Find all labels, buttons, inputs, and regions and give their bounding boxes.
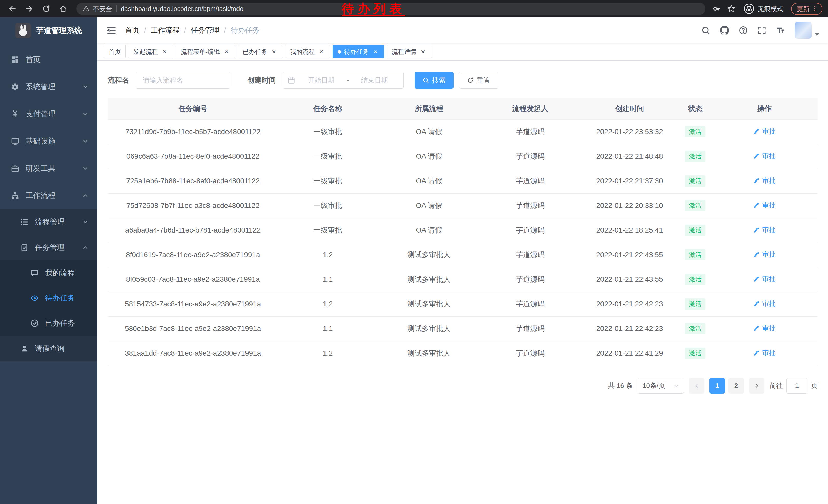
menu-kebab-icon[interactable]	[812, 5, 818, 12]
breadcrumb-item[interactable]: 工作流程	[151, 26, 179, 35]
approve-label: 审批	[762, 299, 776, 308]
approve-button[interactable]: 审批	[753, 324, 776, 333]
approve-label: 审批	[762, 349, 776, 357]
forward-button[interactable]	[23, 2, 36, 15]
close-icon[interactable]: ×	[419, 48, 426, 55]
close-icon[interactable]: ×	[223, 48, 230, 55]
sidebar-item[interactable]: 支付管理	[0, 100, 97, 128]
password-key-icon[interactable]	[712, 4, 721, 13]
chevron-up-arrow-icon	[82, 192, 89, 199]
sidebar-item[interactable]: 已办任务	[0, 311, 97, 336]
sidebar-item[interactable]: 首页	[0, 46, 97, 73]
approve-button[interactable]: 审批	[753, 225, 776, 234]
search-button-label: 搜索	[432, 76, 446, 85]
tab-流程详情[interactable]: 流程详情×	[387, 45, 431, 58]
approve-button[interactable]: 审批	[753, 151, 776, 161]
incognito-badge: 无痕模式	[743, 3, 783, 14]
incognito-icon	[743, 3, 755, 14]
breadcrumb-separator: /	[224, 26, 226, 34]
sidebar-item[interactable]: 工作流程	[0, 182, 97, 209]
approve-button[interactable]: 审批	[753, 349, 776, 357]
tab-已办任务[interactable]: 已办任务×	[238, 45, 282, 58]
page-size-select[interactable]: 10条/页	[638, 378, 684, 394]
date-range-picker[interactable]: -	[283, 72, 404, 89]
cell-action: 审批	[711, 169, 818, 193]
cell-task-id: 8f059c03-7ac8-11ec-a9e2-a2380e71991a	[108, 267, 278, 292]
dashboard-icon	[11, 55, 19, 64]
close-icon[interactable]: ×	[271, 48, 278, 55]
sidebar-item[interactable]: 系统管理	[0, 73, 97, 100]
close-icon[interactable]: ×	[372, 48, 379, 55]
tab-待办任务[interactable]: 待办任务×	[333, 45, 384, 58]
approve-button[interactable]: 审批	[753, 275, 776, 283]
total-count: 共 16 条	[608, 381, 632, 390]
yen-icon	[11, 110, 19, 119]
github-icon[interactable]	[720, 26, 729, 35]
cell-created: 2022-01-21 22:43:55	[580, 242, 679, 267]
page-unit-label: 页	[811, 381, 818, 390]
process-name-input[interactable]	[136, 72, 230, 89]
start-date-input[interactable]	[297, 77, 346, 84]
help-icon[interactable]	[739, 26, 748, 35]
app-logo[interactable]: 芋道管理系统	[0, 17, 97, 44]
sidebar-toggle-icon[interactable]	[106, 25, 117, 36]
user-menu[interactable]	[795, 22, 819, 39]
close-icon[interactable]: ×	[161, 48, 168, 55]
back-button[interactable]	[6, 2, 19, 15]
approve-button[interactable]: 审批	[753, 127, 776, 136]
breadcrumb-item[interactable]: 任务管理	[191, 26, 219, 35]
reset-button[interactable]: 重置	[459, 72, 498, 89]
goto-page-input[interactable]	[786, 378, 808, 394]
cell-created: 2022-01-21 22:42:23	[580, 292, 679, 316]
status-badge: 激活	[685, 348, 705, 359]
sidebar-item[interactable]: 基础设施	[0, 128, 97, 155]
cell-status: 激活	[679, 267, 711, 292]
cell-task-name: 1.2	[278, 341, 378, 366]
cell-status: 激活	[679, 193, 711, 218]
update-button[interactable]: 更新	[791, 3, 822, 15]
sidebar-item[interactable]: 待办任务	[0, 286, 97, 311]
goto-label: 前往	[770, 381, 783, 390]
approve-button[interactable]: 审批	[753, 299, 776, 308]
reload-button[interactable]	[40, 2, 53, 15]
approve-button[interactable]: 审批	[753, 201, 776, 210]
cell-initiator: 芋道源码	[481, 267, 580, 292]
table-row: 75d72608-7b7f-11ec-a3c8-acde48001122一级审批…	[108, 193, 818, 218]
cell-task-id: 725a1eb6-7b88-11ec-8ef0-acde48001122	[108, 169, 278, 193]
page-button-1[interactable]: 1	[709, 378, 725, 394]
avatar[interactable]	[795, 22, 812, 39]
cell-status: 激活	[679, 218, 711, 242]
fullscreen-icon[interactable]	[757, 26, 767, 35]
tab-流程表单-编辑[interactable]: 流程表单-编辑×	[176, 45, 235, 58]
tab-label: 发起流程	[133, 48, 158, 56]
sidebar-item[interactable]: 任务管理	[0, 235, 97, 261]
cell-initiator: 芋道源码	[481, 120, 580, 144]
next-page-button[interactable]	[749, 378, 764, 394]
page-button-2[interactable]: 2	[729, 378, 744, 394]
address-bar[interactable]: 不安全 dashboard.yudao.iocoder.cn/bpm/task/…	[76, 3, 705, 15]
breadcrumb: 首页/工作流程/任务管理/待办任务	[125, 26, 259, 35]
breadcrumb-item[interactable]: 首页	[125, 26, 139, 35]
cell-initiator: 芋道源码	[481, 341, 580, 366]
tab-我的流程[interactable]: 我的流程×	[285, 45, 330, 58]
search-button[interactable]: 搜索	[415, 72, 454, 89]
font-size-icon[interactable]	[776, 26, 785, 35]
prev-page-button[interactable]	[689, 378, 704, 394]
sidebar-item[interactable]: 我的流程	[0, 261, 97, 286]
end-date-input[interactable]	[350, 77, 399, 84]
tab-发起流程[interactable]: 发起流程×	[128, 45, 173, 58]
sidebar-item[interactable]: 研发工具	[0, 155, 97, 182]
approve-button[interactable]: 审批	[753, 176, 776, 185]
close-icon[interactable]: ×	[318, 48, 325, 55]
tab-首页[interactable]: 首页	[104, 45, 126, 58]
cell-process: 测试多审批人	[378, 316, 481, 341]
home-button[interactable]	[56, 2, 70, 15]
column-header: 创建时间	[580, 98, 679, 120]
approve-button[interactable]: 审批	[753, 250, 776, 259]
bookmark-star-icon[interactable]	[727, 4, 736, 13]
search-icon[interactable]	[701, 26, 710, 35]
sidebar-item[interactable]: 请假查询	[0, 336, 97, 362]
eye-icon	[30, 294, 39, 303]
sidebar-item[interactable]: 流程管理	[0, 209, 97, 235]
cell-created: 2022-01-22 18:25:41	[580, 218, 679, 242]
